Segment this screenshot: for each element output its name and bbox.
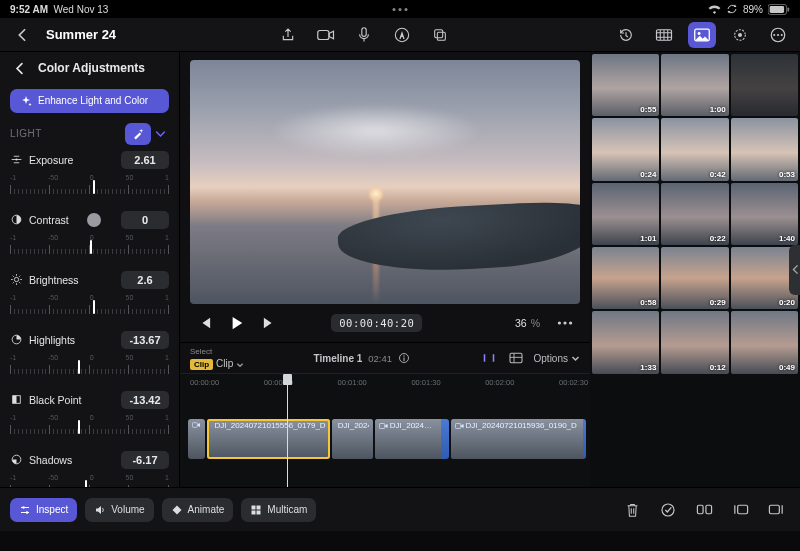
selected-clip-name[interactable]: ClipClip bbox=[190, 358, 244, 369]
multicam-button[interactable]: Multicam bbox=[241, 498, 316, 522]
browser-clip[interactable]: 0:20 bbox=[731, 247, 798, 309]
svg-point-24 bbox=[558, 321, 561, 324]
param-slider[interactable]: -1-500501 bbox=[10, 175, 169, 197]
text-tool-button[interactable] bbox=[388, 22, 416, 48]
svg-rect-32 bbox=[211, 425, 212, 426]
svg-rect-35 bbox=[455, 423, 460, 428]
time-mark: 00:00:00 bbox=[190, 378, 219, 387]
param-slider[interactable]: -1-500501 bbox=[10, 295, 169, 317]
param-name: Brightness bbox=[29, 274, 79, 286]
auto-adjust-button[interactable] bbox=[125, 123, 151, 145]
param-slider[interactable]: -1-500501 bbox=[10, 475, 169, 487]
trim-end-button[interactable] bbox=[762, 497, 790, 523]
param-value[interactable]: 2.6 bbox=[121, 271, 169, 289]
timeline-clip[interactable]: DJI_2024… bbox=[332, 419, 373, 459]
record-camera-button[interactable] bbox=[312, 22, 340, 48]
param-value[interactable]: -13.67 bbox=[121, 331, 169, 349]
filmstrip-button[interactable] bbox=[650, 22, 678, 48]
voiceover-button[interactable] bbox=[350, 22, 378, 48]
effects-button[interactable] bbox=[726, 22, 754, 48]
browser-clip[interactable]: 0:24 bbox=[592, 118, 659, 180]
browser-clip[interactable]: 0:49 bbox=[731, 311, 798, 373]
svg-rect-44 bbox=[705, 505, 711, 514]
more-menu-button[interactable] bbox=[764, 22, 792, 48]
browser-clip[interactable]: 1:01 bbox=[592, 183, 659, 245]
viewer-options-button[interactable] bbox=[554, 312, 576, 334]
svg-rect-7 bbox=[437, 32, 445, 40]
next-frame-button[interactable] bbox=[258, 312, 280, 334]
browser-clip[interactable]: 1:33 bbox=[592, 311, 659, 373]
enable-button[interactable] bbox=[654, 497, 682, 523]
browser-clip[interactable]: 0:22 bbox=[661, 183, 728, 245]
browser-clip[interactable] bbox=[731, 54, 798, 116]
timeline-clip[interactable] bbox=[188, 419, 204, 459]
param-slider[interactable]: -1-500501 bbox=[10, 235, 169, 257]
info-icon[interactable] bbox=[398, 352, 410, 364]
param-value[interactable]: 2.61 bbox=[121, 151, 169, 169]
param-slider[interactable]: -1-500501 bbox=[10, 355, 169, 377]
exposure-icon bbox=[10, 153, 23, 166]
svg-rect-22 bbox=[13, 396, 17, 404]
svg-rect-3 bbox=[318, 30, 329, 39]
clip-duration: 0:12 bbox=[710, 363, 726, 372]
timeline[interactable]: 00:00:0000:00:3000:01:0000:01:3000:02:00… bbox=[180, 373, 590, 487]
history-button[interactable] bbox=[612, 22, 640, 48]
options-button[interactable]: Options bbox=[534, 353, 580, 364]
zoom-display[interactable]: 36% bbox=[515, 317, 540, 329]
svg-rect-2 bbox=[787, 7, 789, 11]
browser-collapse-handle[interactable] bbox=[789, 245, 800, 295]
trash-button[interactable] bbox=[618, 497, 646, 523]
svg-rect-31 bbox=[193, 423, 198, 428]
param-highlights: Highlights -13.67 -1-500501 bbox=[10, 331, 169, 377]
timeline-clip[interactable]: DJI_20240721015936_0190_D bbox=[451, 419, 586, 459]
param-exposure: Exposure 2.61 -1-500501 bbox=[10, 151, 169, 197]
enhance-button[interactable]: Enhance Light and Color bbox=[10, 89, 169, 113]
timecode-display[interactable]: 00:00:40:20 bbox=[331, 314, 422, 332]
multitask-dots[interactable] bbox=[393, 8, 408, 11]
animate-button[interactable]: Animate bbox=[162, 498, 234, 522]
volume-button[interactable]: Volume bbox=[85, 498, 153, 522]
back-button[interactable] bbox=[8, 22, 36, 48]
svg-point-26 bbox=[569, 321, 572, 324]
param-value[interactable]: -13.42 bbox=[121, 391, 169, 409]
browser-clip[interactable]: 0:12 bbox=[661, 311, 728, 373]
browser-clip[interactable]: 0:42 bbox=[661, 118, 728, 180]
browser-clip[interactable]: 0:29 bbox=[661, 247, 728, 309]
highlights-icon bbox=[10, 333, 23, 346]
clip-duration: 1:00 bbox=[710, 105, 726, 114]
timeline-clip[interactable]: DJI_2024… bbox=[375, 419, 449, 459]
browser-clip[interactable]: 0:58 bbox=[592, 247, 659, 309]
prev-frame-button[interactable] bbox=[194, 312, 216, 334]
playhead[interactable] bbox=[287, 374, 288, 487]
snap-button[interactable] bbox=[480, 351, 498, 365]
inspector-back-button[interactable] bbox=[10, 55, 28, 81]
browser-clip[interactable]: 0:53 bbox=[731, 118, 798, 180]
volume-icon bbox=[94, 504, 106, 516]
play-button[interactable] bbox=[226, 312, 248, 334]
duplicate-button[interactable] bbox=[426, 22, 454, 48]
index-button[interactable] bbox=[508, 351, 524, 365]
browser-clip[interactable]: 1:00 bbox=[661, 54, 728, 116]
param-reset-knob[interactable] bbox=[87, 213, 101, 227]
browser-clip[interactable]: 1:40 bbox=[731, 183, 798, 245]
browser-view-button[interactable] bbox=[688, 22, 716, 48]
inspect-button[interactable]: Inspect bbox=[10, 498, 77, 522]
timeline-clip[interactable]: DJI_20240721015556_0179_D bbox=[207, 419, 330, 459]
preview-viewer[interactable] bbox=[190, 60, 580, 304]
split-button[interactable] bbox=[690, 497, 718, 523]
contrast-icon bbox=[10, 213, 23, 226]
param-value[interactable]: 0 bbox=[121, 211, 169, 229]
project-title: Summer 24 bbox=[46, 27, 116, 42]
brightness-icon bbox=[10, 273, 23, 286]
svg-rect-6 bbox=[435, 29, 443, 37]
param-value[interactable]: -6.17 bbox=[121, 451, 169, 469]
share-button[interactable] bbox=[274, 22, 302, 48]
svg-rect-34 bbox=[379, 423, 384, 428]
svg-rect-4 bbox=[362, 27, 366, 36]
trim-start-button[interactable] bbox=[726, 497, 754, 523]
param-slider[interactable]: -1-500501 bbox=[10, 415, 169, 437]
select-label: Select bbox=[190, 347, 244, 356]
browser-clip[interactable]: 0:55 bbox=[592, 54, 659, 116]
section-expand-button[interactable] bbox=[151, 123, 169, 145]
clip-duration: 0:22 bbox=[710, 234, 726, 243]
